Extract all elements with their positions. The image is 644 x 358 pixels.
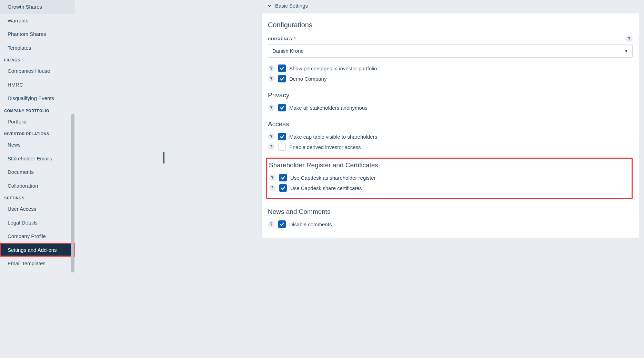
checkbox-label: Enable derived investor access: [289, 144, 361, 150]
chevron-down-icon: [268, 4, 272, 8]
required-marker: *: [294, 36, 295, 41]
section-title-access: Access: [268, 120, 633, 128]
section-title-configurations: Configurations: [268, 21, 633, 29]
sidebar-item-settings-and-addons[interactable]: Settings and Add-ons: [0, 243, 75, 257]
currency-field-label: CURRENCY: [268, 37, 293, 41]
sidebar-item-portfolio[interactable]: Portfolio: [0, 115, 75, 129]
checkbox-label: Disable comments: [289, 221, 332, 227]
option-capdesk-certs: ? Use Capdesk share certificates: [269, 184, 628, 192]
panel-footer-placeholder: [261, 244, 639, 255]
main-area: Basic Settings Configurations CURRENCY* …: [75, 0, 644, 358]
checkbox-derived-investor-access[interactable]: [278, 143, 286, 151]
panel-header-label: Basic Settings: [275, 3, 308, 9]
sidebar-item-templates[interactable]: Templates: [0, 41, 75, 55]
help-icon[interactable]: ?: [268, 75, 275, 82]
checkbox-cap-table-visible[interactable]: [278, 133, 286, 140]
help-icon[interactable]: ?: [268, 221, 275, 228]
help-icon[interactable]: ?: [268, 65, 275, 72]
sidebar-item-growth-shares[interactable]: Growth Shares: [0, 0, 75, 14]
sidebar-item-legal-details[interactable]: Legal Details: [0, 216, 75, 230]
sidebar-item-company-profile[interactable]: Company Profile: [0, 229, 75, 243]
currency-select-value: Danish Krone: [272, 48, 304, 54]
highlighted-shareholder-group: Shareholder Register and Certificates ? …: [266, 158, 633, 199]
sidebar: Growth Shares Warrants Phantom Shares Te…: [0, 0, 75, 358]
checkbox-disable-comments[interactable]: [278, 220, 286, 228]
currency-select[interactable]: Danish Krone ▼: [268, 44, 633, 58]
checkbox-label: Make cap table visible to shareholders: [289, 134, 377, 140]
help-icon[interactable]: ?: [269, 185, 276, 191]
checkbox-label: Make all stakeholders anonymous: [289, 105, 368, 111]
checkbox-label: Demo Company: [289, 76, 326, 82]
sidebar-item-stakeholder-emails[interactable]: Stakeholder Emails: [0, 152, 75, 166]
option-cap-table-visible: ? Make cap table visible to shareholders: [268, 133, 633, 140]
option-show-percentages: ? Show percentages in investor portfolio: [268, 64, 633, 72]
checkbox-show-percentages[interactable]: [278, 64, 286, 72]
sidebar-item-phantom-shares[interactable]: Phantom Shares: [0, 27, 75, 41]
sidebar-scrollbar-track: [70, 0, 75, 358]
sidebar-item-disqualifying-events[interactable]: Disqualifying Events: [0, 91, 75, 105]
sidebar-item-collaboration[interactable]: Collaboration: [0, 179, 75, 193]
checkbox-label: Use Capdesk as shareholder register: [290, 175, 376, 181]
help-icon[interactable]: ?: [269, 174, 276, 181]
panel-body: Configurations CURRENCY* ? Danish Krone …: [261, 13, 639, 238]
help-icon[interactable]: ?: [268, 133, 275, 140]
help-icon[interactable]: ?: [626, 35, 633, 42]
sidebar-heading-company-portfolio: COMPANY PORTFOLIO: [0, 105, 75, 115]
sidebar-scrollbar-thumb[interactable]: [71, 114, 74, 272]
help-icon[interactable]: ?: [268, 143, 275, 150]
checkbox-demo-company[interactable]: [278, 75, 286, 82]
sidebar-heading-filings: FILINGS: [0, 54, 75, 64]
checkbox-capdesk-register[interactable]: [279, 174, 287, 181]
checkbox-label: Use Capdesk share certificates: [290, 185, 362, 191]
sidebar-item-companies-house[interactable]: Companies House: [0, 64, 75, 78]
sidebar-item-documents[interactable]: Documents: [0, 165, 75, 179]
sidebar-item-email-templates[interactable]: Email Templates: [0, 257, 75, 270]
section-title-shareholder: Shareholder Register and Certificates: [269, 161, 628, 169]
checkbox-capdesk-certs[interactable]: [279, 184, 287, 192]
help-icon[interactable]: ?: [268, 104, 275, 111]
checkbox-label: Show percentages in investor portfolio: [289, 66, 377, 71]
text-cursor: [163, 152, 164, 163]
option-anonymous-stakeholders: ? Make all stakeholders anonymous: [268, 104, 633, 111]
sidebar-heading-settings: SETTINGS: [0, 192, 75, 202]
option-capdesk-register: ? Use Capdesk as shareholder register: [269, 174, 628, 181]
section-title-privacy: Privacy: [268, 91, 633, 99]
option-derived-investor-access: ? Enable derived investor access: [268, 143, 633, 151]
sidebar-item-news[interactable]: News: [0, 138, 75, 152]
sidebar-item-user-access[interactable]: User Access: [0, 202, 75, 216]
checkbox-anonymous-stakeholders[interactable]: [278, 104, 286, 111]
settings-panel: Basic Settings Configurations CURRENCY* …: [261, 0, 639, 358]
sidebar-item-hmrc[interactable]: HMRC: [0, 78, 75, 92]
option-demo-company: ? Demo Company: [268, 75, 633, 82]
sidebar-heading-investor-relations: INVESTOR RELATIONS: [0, 128, 75, 138]
panel-header-basic-settings[interactable]: Basic Settings: [261, 0, 639, 13]
section-title-news-comments: News and Comments: [268, 208, 633, 216]
left-gutter: [75, 0, 261, 358]
sidebar-item-warrants[interactable]: Warrants: [0, 14, 75, 28]
caret-down-icon: ▼: [624, 49, 628, 53]
option-disable-comments: ? Disable comments: [268, 220, 633, 228]
